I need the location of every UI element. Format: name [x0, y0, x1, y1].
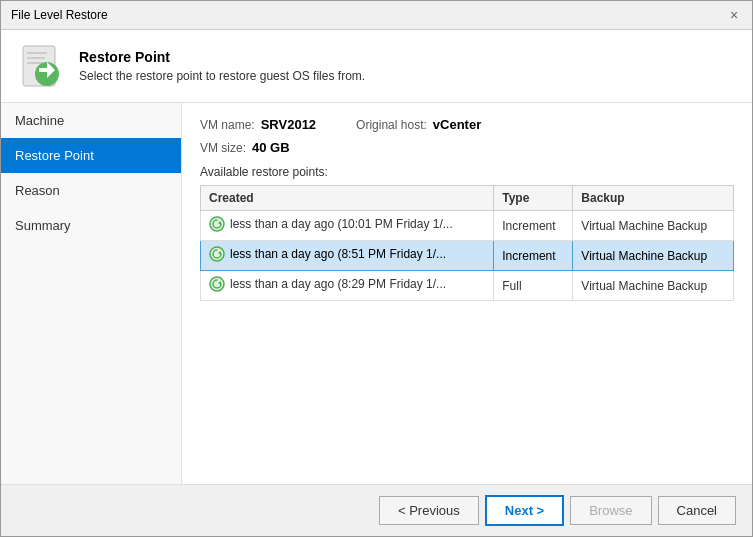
vm-name-value: SRV2012	[261, 117, 316, 132]
previous-button[interactable]: < Previous	[379, 496, 479, 525]
available-label: Available restore points:	[200, 165, 734, 179]
restore-points-table: Created Type Backup less than a day ago …	[200, 185, 734, 301]
cell-created: less than a day ago (8:29 PM Friday 1/..…	[201, 271, 494, 301]
cell-created-text: less than a day ago (8:29 PM Friday 1/..…	[230, 277, 446, 291]
sidebar-item-reason[interactable]: Reason	[1, 173, 181, 208]
svg-rect-6	[39, 68, 49, 72]
header-section: Restore Point Select the restore point t…	[1, 30, 752, 103]
cell-backup: Virtual Machine Backup	[573, 271, 734, 301]
restore-point-icon	[17, 42, 65, 90]
original-host-label: Original host:	[356, 118, 427, 132]
cell-type: Full	[494, 271, 573, 301]
svg-point-11	[210, 277, 224, 291]
sidebar-item-summary[interactable]: Summary	[1, 208, 181, 243]
vm-size-row: VM size: 40 GB	[200, 140, 734, 155]
header-title: Restore Point	[79, 49, 365, 65]
title-bar: File Level Restore ×	[1, 1, 752, 30]
vm-info-row1: VM name: SRV2012 Original host: vCenter	[200, 117, 734, 132]
table-row[interactable]: less than a day ago (10:01 PM Friday 1/.…	[201, 211, 734, 241]
col-backup: Backup	[573, 186, 734, 211]
vm-size-label: VM size:	[200, 141, 246, 155]
next-button[interactable]: Next >	[485, 495, 564, 526]
header-description: Select the restore point to restore gues…	[79, 69, 365, 83]
cell-created: less than a day ago (10:01 PM Friday 1/.…	[201, 211, 494, 241]
browse-button[interactable]: Browse	[570, 496, 651, 525]
sidebar: Machine Restore Point Reason Summary	[1, 103, 182, 484]
sidebar-item-restore-point[interactable]: Restore Point	[1, 138, 181, 173]
dialog-body: Restore Point Select the restore point t…	[1, 30, 752, 536]
table-row[interactable]: less than a day ago (8:51 PM Friday 1/..…	[201, 241, 734, 271]
header-text: Restore Point Select the restore point t…	[79, 49, 365, 83]
svg-rect-3	[27, 62, 43, 64]
cell-type: Increment	[494, 241, 573, 271]
table-header-row: Created Type Backup	[201, 186, 734, 211]
table-header: Created Type Backup	[201, 186, 734, 211]
original-host-block: Original host: vCenter	[356, 117, 481, 132]
table-row[interactable]: less than a day ago (8:29 PM Friday 1/..…	[201, 271, 734, 301]
content-area: Machine Restore Point Reason Summary VM …	[1, 103, 752, 484]
original-host-value: vCenter	[433, 117, 481, 132]
cell-backup: Virtual Machine Backup	[573, 241, 734, 271]
cell-created: less than a day ago (8:51 PM Friday 1/..…	[201, 241, 494, 271]
sidebar-item-machine[interactable]: Machine	[1, 103, 181, 138]
restore-row-icon: less than a day ago (8:51 PM Friday 1/..…	[209, 246, 446, 262]
vm-size-block: VM size: 40 GB	[200, 140, 290, 155]
cell-created-text: less than a day ago (8:51 PM Friday 1/..…	[230, 247, 446, 261]
vm-name-block: VM name: SRV2012	[200, 117, 316, 132]
svg-rect-2	[27, 57, 45, 59]
vm-size-value: 40 GB	[252, 140, 290, 155]
main-content: VM name: SRV2012 Original host: vCenter …	[182, 103, 752, 484]
restore-row-icon: less than a day ago (10:01 PM Friday 1/.…	[209, 216, 453, 232]
cell-created-text: less than a day ago (10:01 PM Friday 1/.…	[230, 217, 453, 231]
svg-point-9	[210, 247, 224, 261]
vm-name-label: VM name:	[200, 118, 255, 132]
dialog-window: File Level Restore × Restore Poin	[0, 0, 753, 537]
cancel-button[interactable]: Cancel	[658, 496, 736, 525]
cell-type: Increment	[494, 211, 573, 241]
table-body: less than a day ago (10:01 PM Friday 1/.…	[201, 211, 734, 301]
col-type: Type	[494, 186, 573, 211]
svg-point-7	[210, 217, 224, 231]
col-created: Created	[201, 186, 494, 211]
footer: < Previous Next > Browse Cancel	[1, 484, 752, 536]
cell-backup: Virtual Machine Backup	[573, 211, 734, 241]
svg-rect-1	[27, 52, 47, 54]
dialog-title: File Level Restore	[11, 8, 108, 22]
restore-row-icon: less than a day ago (8:29 PM Friday 1/..…	[209, 276, 446, 292]
close-button[interactable]: ×	[726, 7, 742, 23]
